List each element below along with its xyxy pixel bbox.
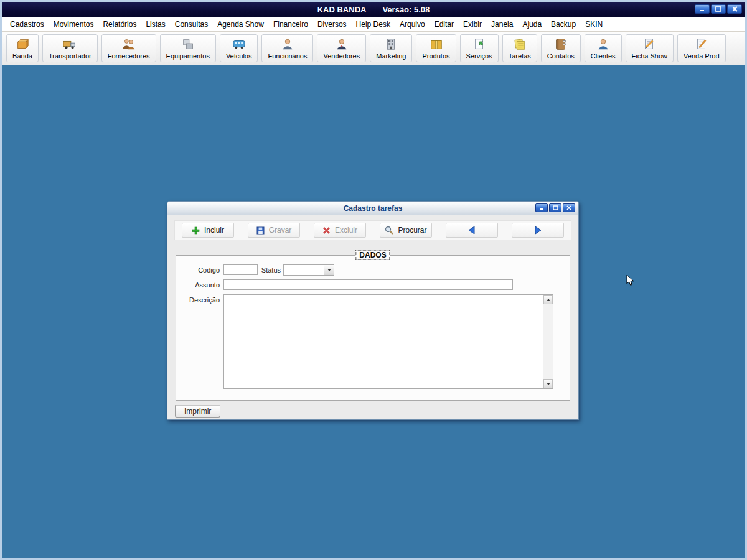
- toolbar-button-label: Transportador: [49, 52, 92, 60]
- red-x-icon: [322, 226, 331, 235]
- dialog-title: Cadastro tarefas: [344, 204, 403, 213]
- toolbar-button-label: Veículos: [226, 52, 252, 60]
- box-icon: [14, 37, 31, 52]
- maximize-icon: [553, 205, 558, 211]
- menu-item-consultas[interactable]: Consultas: [173, 19, 210, 30]
- incluir-button[interactable]: Incluir: [182, 223, 234, 238]
- toolbar-button-venda-prod[interactable]: Venda Prod: [677, 34, 726, 62]
- arrow-right-icon: [533, 226, 543, 235]
- window-controls: [695, 4, 742, 14]
- tab-imprimir[interactable]: Imprimir: [175, 405, 220, 418]
- toolbar-button-equipamentos[interactable]: Equipamentos: [160, 34, 216, 62]
- menu-item-skin[interactable]: SKIN: [583, 19, 604, 30]
- descricao-textarea[interactable]: [223, 294, 553, 389]
- toolbar-button-contatos[interactable]: Contatos: [541, 34, 581, 62]
- bus-icon: [231, 37, 247, 52]
- toolbar-button-vendedores[interactable]: Vendedores: [317, 34, 366, 62]
- magnifier-icon: [385, 226, 393, 235]
- building-icon: [383, 37, 399, 52]
- excluir-button[interactable]: Excluir: [314, 223, 366, 238]
- app-title: KAD BANDA: [317, 5, 367, 14]
- mdi-client-area: Cadastro tarefas Incluir: [2, 65, 745, 558]
- plus-icon: [192, 226, 200, 235]
- version-label: Versão: 5.08: [382, 5, 430, 14]
- floppy-disk-icon: [256, 226, 265, 235]
- menu-item-diversos[interactable]: Diversos: [316, 19, 349, 30]
- toolbar-button-label: Venda Prod: [684, 52, 720, 60]
- menu-item-backup[interactable]: Backup: [549, 19, 578, 30]
- truck-icon: [62, 37, 78, 52]
- close-button[interactable]: [727, 4, 742, 14]
- toolbar-button-label: Contatos: [547, 52, 575, 60]
- menu-item-arquivo[interactable]: Arquivo: [398, 19, 427, 30]
- codigo-label: Codigo: [180, 266, 220, 274]
- descricao-scrollbar[interactable]: [543, 295, 553, 388]
- procurar-button[interactable]: Procurar: [380, 223, 432, 238]
- salesperson-icon: [334, 37, 350, 52]
- toolbar-button-veiculos[interactable]: Veículos: [220, 34, 258, 62]
- menu-item-editar[interactable]: Editar: [433, 19, 456, 30]
- menu-item-movimentos[interactable]: Movimentos: [52, 19, 96, 30]
- menu-item-ajuda[interactable]: Ajuda: [520, 19, 543, 30]
- toolbar-button-tarefas[interactable]: Tarefas: [502, 34, 537, 62]
- menu-item-cadastros[interactable]: Cadastros: [8, 19, 46, 30]
- toolbar-button-label: Ficha Show: [632, 52, 667, 60]
- menu-item-help-desk[interactable]: Help Desk: [354, 19, 392, 30]
- previous-record-button[interactable]: [446, 223, 498, 238]
- menu-item-agenda-show[interactable]: Agenda Show: [215, 19, 266, 30]
- toolbar-button-fornecedores[interactable]: Fornecedores: [101, 34, 156, 62]
- notes-icon: [512, 37, 528, 52]
- menu-item-listas[interactable]: Listas: [144, 19, 167, 30]
- toolbar-button-produtos[interactable]: Produtos: [416, 34, 456, 62]
- dialog-titlebar[interactable]: Cadastro tarefas: [167, 202, 578, 215]
- document-pencil-icon: [641, 37, 657, 52]
- toolbar-button-ficha-show[interactable]: Ficha Show: [626, 34, 674, 62]
- chevron-down-icon[interactable]: [324, 265, 334, 275]
- services-document-icon: [471, 37, 487, 52]
- maximize-icon: [715, 6, 721, 12]
- menu-item-janela[interactable]: Janela: [489, 19, 515, 30]
- gravar-button[interactable]: Gravar: [248, 223, 300, 238]
- excluir-label: Excluir: [335, 226, 357, 235]
- maximize-button[interactable]: [711, 4, 726, 14]
- toolbar-button-banda[interactable]: Banda: [6, 34, 39, 62]
- arrow-left-icon: [467, 226, 477, 235]
- toolbar-button-label: Banda: [12, 52, 32, 60]
- dialog-close-button[interactable]: [563, 203, 575, 212]
- menu-item-exibir[interactable]: Exibir: [461, 19, 484, 30]
- procurar-label: Procurar: [398, 226, 426, 235]
- toolbar-button-label: Fornecedores: [108, 52, 150, 60]
- next-record-button[interactable]: [512, 223, 564, 238]
- menu-item-relatorios[interactable]: Relatórios: [101, 19, 138, 30]
- dialog-maximize-button[interactable]: [549, 203, 561, 212]
- dialog-minimize-button[interactable]: [535, 203, 548, 212]
- status-combobox-value: [284, 265, 324, 275]
- main-titlebar[interactable]: KAD BANDA Versão: 5.08: [2, 2, 745, 17]
- toolbar-button-funcionarios[interactable]: Funcionários: [261, 34, 313, 62]
- dados-groupbox: DADOS Codigo Status Assunto Descrição: [176, 255, 570, 401]
- codigo-input[interactable]: [223, 264, 258, 275]
- toolbar-button-transportador[interactable]: Transportador: [42, 34, 98, 62]
- minimize-button[interactable]: [695, 4, 710, 14]
- toolbar-button-servicos[interactable]: Serviços: [460, 34, 499, 62]
- menubar: Cadastros Movimentos Relatórios Listas C…: [2, 17, 745, 32]
- toolbar-button-label: Tarefas: [509, 52, 531, 60]
- minimize-icon: [699, 7, 705, 12]
- assunto-input[interactable]: [223, 279, 513, 290]
- scroll-up-icon[interactable]: [543, 295, 553, 304]
- app-window: KAD BANDA Versão: 5.08 Cadastros Movimen…: [0, 0, 747, 560]
- close-icon: [732, 6, 738, 12]
- dialog-bottom-tabstrip: Imprimir: [175, 405, 578, 418]
- toolbar-button-clientes[interactable]: Clientes: [585, 34, 622, 62]
- dialog-window-controls: [535, 203, 575, 212]
- toolbar-button-marketing[interactable]: Marketing: [370, 34, 412, 62]
- assunto-label: Assunto: [180, 281, 220, 289]
- close-icon: [566, 205, 571, 210]
- toolbar-button-label: Equipamentos: [166, 52, 210, 60]
- menu-item-financeiro[interactable]: Financeiro: [271, 19, 310, 30]
- incluir-label: Incluir: [204, 226, 224, 235]
- status-combobox[interactable]: [283, 264, 334, 276]
- suppliers-people-icon: [121, 37, 137, 52]
- document-pencil-icon: [693, 37, 710, 52]
- scroll-down-icon[interactable]: [543, 379, 553, 388]
